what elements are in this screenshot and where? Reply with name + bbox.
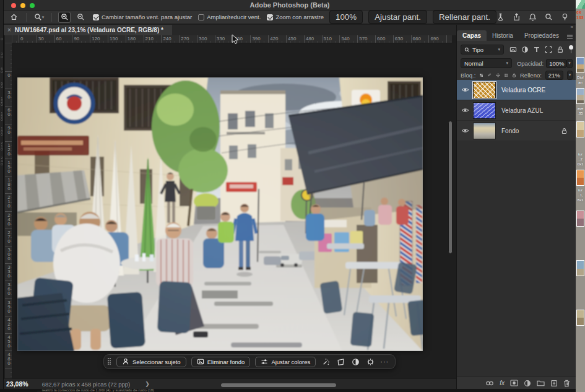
canvas-image[interactable] xyxy=(17,77,423,351)
blend-mode-value: Normal xyxy=(464,60,483,67)
lock-position-icon[interactable] xyxy=(496,72,500,79)
search-icon[interactable] xyxy=(545,13,553,21)
desktop-file-label: an xyxy=(576,81,585,85)
taskbar-drag-handle[interactable] xyxy=(108,358,111,365)
new-group-folder-icon[interactable] xyxy=(537,380,545,386)
panel-menu-icon[interactable] xyxy=(566,34,573,41)
screen: 0306090120150180210240 Adobe Photoshop (… xyxy=(0,0,585,392)
layer-row-veladura-azul[interactable]: Veladura AZUL xyxy=(457,100,576,121)
desktop-file-thumbnail xyxy=(576,310,584,326)
perspective-quad-icon xyxy=(337,358,345,366)
opacity-value[interactable]: 100% xyxy=(546,59,566,68)
layer-row-fondo[interactable]: Fondo xyxy=(457,121,576,141)
layer-filter-select[interactable]: Tipo ▾ xyxy=(461,45,504,54)
layer-thumbnail[interactable] xyxy=(473,123,496,139)
tab-layers[interactable]: Capas xyxy=(457,30,487,41)
select-subject-button[interactable]: Seleccionar sujeto xyxy=(116,357,186,367)
add-mask-icon[interactable] xyxy=(510,380,518,386)
layer-name[interactable]: Veladura AZUL xyxy=(501,107,543,114)
desktop-red-text: 133 xyxy=(576,15,584,20)
layer-name[interactable]: Veladura OCRE xyxy=(501,87,545,94)
window-title: Adobe Photoshop (Beta) xyxy=(4,1,576,9)
notifications-bell-icon[interactable] xyxy=(529,13,537,21)
generate-button[interactable] xyxy=(365,357,375,367)
zoom-tool-button[interactable]: ▾ xyxy=(33,12,45,23)
image-icon xyxy=(197,358,204,365)
vertical-scrollbar-thumb[interactable] xyxy=(448,121,453,254)
select-subject-label: Seleccionar sujeto xyxy=(132,359,181,365)
chevron-down-icon: ▾ xyxy=(498,47,500,52)
layer-name[interactable]: Fondo xyxy=(501,128,519,134)
remove-background-button[interactable]: Eliminar fondo xyxy=(191,357,251,367)
filter-shape-layers-icon[interactable] xyxy=(545,46,552,53)
fill-screen-button[interactable]: Rellenar pant. xyxy=(433,11,496,24)
close-tab-icon[interactable]: × xyxy=(7,27,11,33)
lock-transparency-icon[interactable] xyxy=(479,72,483,79)
link-layers-icon[interactable] xyxy=(485,380,494,386)
horizontal-scrollbar-thumb[interactable] xyxy=(221,383,336,387)
zoom-in-button[interactable] xyxy=(58,12,71,23)
fill-value[interactable]: 21% xyxy=(545,71,563,80)
filter-adjustment-layers-icon[interactable] xyxy=(521,46,529,53)
lock-artboard-icon[interactable] xyxy=(504,72,508,79)
checkbox-label: Ampliar/reducir vent. xyxy=(207,14,261,20)
share-icon[interactable] xyxy=(513,13,521,21)
checkbox-resize-window[interactable]: Cambiar tamaño vent. para ajustar xyxy=(93,14,192,20)
lock-all-icon[interactable] xyxy=(512,72,516,79)
tab-history[interactable]: Historia xyxy=(487,30,519,41)
layer-style-fx-icon[interactable]: fx xyxy=(500,380,505,386)
transform-button[interactable] xyxy=(336,357,345,367)
desktop-file-label: .35 xyxy=(576,111,585,116)
more-options-button[interactable]: ··· xyxy=(380,358,389,365)
layer-row-veladura-ocre[interactable]: Veladura OCRE xyxy=(457,80,576,100)
layer-locked-badge xyxy=(561,128,568,134)
visibility-toggle[interactable] xyxy=(457,87,473,93)
adjustment-preset-button[interactable] xyxy=(350,357,360,367)
layers-empty-area xyxy=(457,141,576,377)
adjust-colors-button[interactable]: Ajustar colores xyxy=(255,357,316,367)
checkbox-zoom-all-windows[interactable]: Ampliar/reducir vent. xyxy=(198,14,261,20)
filter-type-layers-icon[interactable] xyxy=(533,46,540,53)
document-tab-bar: × NUW16647.psd al 23,1% (Veladura OCRE, … xyxy=(4,25,456,35)
canvas-vertical-scrollbar[interactable] xyxy=(448,46,453,377)
document-info: 682,67 picas x 458 picas (72 ppp) xyxy=(33,381,131,388)
opacity-dropdown-button[interactable]: ▾ xyxy=(566,59,573,68)
panel-dock-header: » xyxy=(457,25,576,30)
beta-flask-icon[interactable] xyxy=(496,13,505,21)
visibility-toggle[interactable] xyxy=(457,107,473,113)
zoom-out-icon xyxy=(77,13,85,21)
status-chevron-icon[interactable]: ❯ xyxy=(145,381,150,387)
layer-thumbnail[interactable] xyxy=(473,82,496,98)
checkbox-scrubby-zoom[interactable]: Zoom con arrastre xyxy=(267,14,324,20)
background-window-strip-bottom: … realizó la corrección de ruido de 1,0/… xyxy=(0,389,576,392)
layer-thumbnail[interactable] xyxy=(473,102,496,119)
filter-toggle[interactable] xyxy=(568,45,573,54)
magic-wand-button[interactable] xyxy=(321,357,331,367)
discover-lightbulb-icon[interactable] xyxy=(561,13,569,21)
sliders-icon xyxy=(261,358,268,365)
tab-properties[interactable]: Propiedades xyxy=(519,30,565,41)
fit-screen-button[interactable]: Ajustar pant. xyxy=(368,11,427,24)
fill-dropdown-button[interactable]: ▾ xyxy=(567,71,573,80)
lock-pixels-brush-icon[interactable] xyxy=(487,72,492,79)
collapse-dock-icon[interactable]: » xyxy=(571,24,573,30)
zoom-level-field[interactable]: 23,08% xyxy=(4,380,33,388)
chevron-down-icon: ▾ xyxy=(506,61,508,66)
eye-icon xyxy=(461,128,469,134)
desktop-file-label: ..2 xyxy=(576,157,585,162)
home-button[interactable] xyxy=(7,12,20,23)
desktop-file-label: ..1, xyxy=(576,193,585,198)
blend-mode-select[interactable]: Normal ▾ xyxy=(461,58,512,68)
zoom-out-button[interactable] xyxy=(74,12,87,23)
delete-layer-trash-icon[interactable] xyxy=(563,380,570,387)
filter-smart-objects-icon[interactable] xyxy=(557,46,564,53)
divider xyxy=(26,13,27,22)
document-tab[interactable]: × NUW16647.psd al 23,1% (Veladura OCRE, … xyxy=(4,25,172,35)
adjust-colors-label: Ajustar colores xyxy=(271,359,310,365)
visibility-toggle[interactable] xyxy=(457,128,473,134)
filter-pixel-layers-icon[interactable] xyxy=(509,46,517,53)
zoom-100-button[interactable]: 100% xyxy=(329,11,363,24)
new-layer-icon[interactable] xyxy=(550,380,558,387)
eye-icon xyxy=(461,87,469,93)
adjustment-layer-icon[interactable] xyxy=(524,380,531,387)
